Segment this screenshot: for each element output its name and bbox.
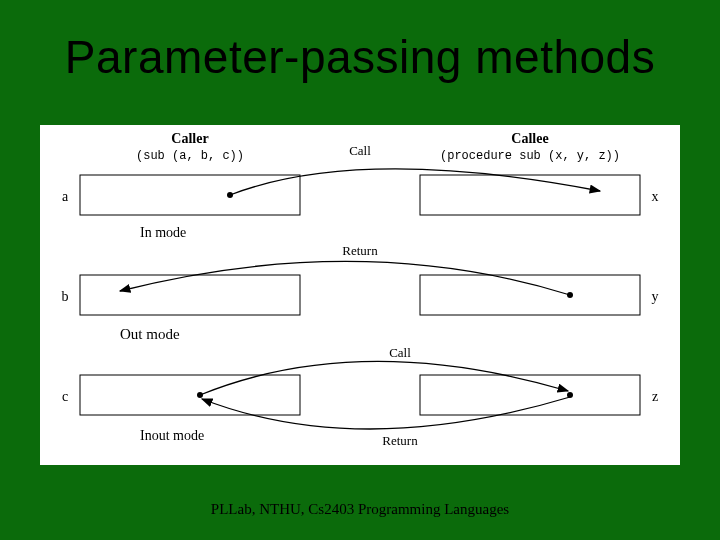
mode-label-inout: Inout mode (140, 428, 204, 443)
caller-box-a (80, 175, 300, 215)
return-label-row2: Return (342, 243, 378, 258)
arrow-z-to-c-return (202, 397, 570, 429)
slide: Parameter-passing methods Caller Callee … (0, 0, 720, 540)
param-label-x: x (652, 189, 659, 204)
param-label-a: a (62, 189, 69, 204)
callee-box-y (420, 275, 640, 315)
callee-box-x (420, 175, 640, 215)
arrow-c-to-z-call (200, 361, 568, 395)
arrow-a-to-x (230, 169, 600, 195)
return-label-row3: Return (382, 433, 418, 448)
mode-label-in: In mode (140, 225, 186, 240)
top-call-label: Call (349, 143, 371, 158)
caller-heading: Caller (171, 131, 208, 146)
mode-label-out: Out mode (120, 326, 180, 342)
param-label-b: b (62, 289, 69, 304)
arrow-y-to-b (120, 261, 570, 295)
caller-signature: (sub (a, b, c)) (136, 149, 244, 163)
callee-heading: Callee (511, 131, 548, 146)
call-label-row3: Call (389, 345, 411, 360)
param-label-z: z (652, 389, 658, 404)
param-label-c: c (62, 389, 68, 404)
parameter-passing-diagram: Caller Callee (sub (a, b, c)) (procedure… (40, 125, 680, 465)
diagram-svg: Caller Callee (sub (a, b, c)) (procedure… (40, 125, 680, 465)
caller-box-c (80, 375, 300, 415)
slide-title: Parameter-passing methods (0, 30, 720, 84)
slide-footer: PLLab, NTHU, Cs2403 Programming Language… (0, 501, 720, 518)
callee-signature: (procedure sub (x, y, z)) (440, 149, 620, 163)
param-label-y: y (652, 289, 659, 304)
caller-box-b (80, 275, 300, 315)
